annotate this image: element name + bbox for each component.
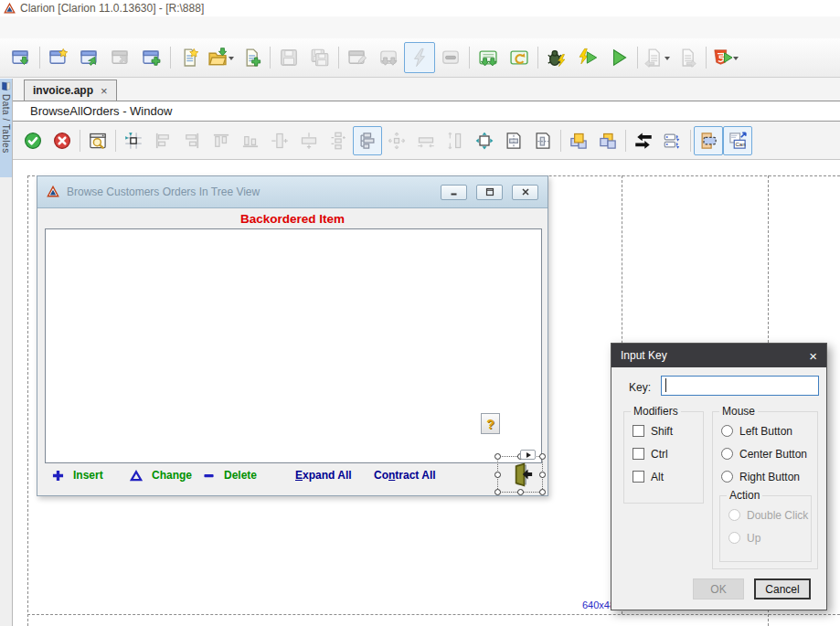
cancel-generate-button[interactable] (435, 42, 466, 73)
accept-button[interactable] (18, 126, 48, 155)
dropdown-caret-icon[interactable] (229, 57, 234, 63)
same-height-button[interactable] (441, 126, 470, 155)
edit-template-button[interactable] (342, 42, 373, 73)
send-to-back-button[interactable] (593, 126, 622, 155)
radio-icon[interactable] (721, 448, 733, 460)
delete-button[interactable]: Delete (203, 467, 257, 483)
generate-all-button[interactable] (473, 42, 504, 73)
help-button[interactable]: ? (481, 413, 500, 434)
selection-handle[interactable] (539, 472, 546, 478)
toolbar-separator (39, 47, 40, 69)
smart-tag-button[interactable] (520, 450, 536, 460)
add-window-button[interactable] (136, 42, 167, 73)
align-top-button[interactable] (207, 126, 236, 155)
generate-current-button[interactable] (504, 42, 535, 73)
ctrl-checkbox[interactable]: Ctrl (633, 447, 703, 461)
selection-handle[interactable] (494, 453, 501, 460)
radio-icon[interactable] (721, 471, 733, 483)
menu-bar (0, 16, 840, 38)
selection-handle[interactable] (517, 489, 524, 495)
selection-handle[interactable] (539, 453, 546, 460)
run-button[interactable] (603, 42, 634, 73)
cancel-button[interactable]: Cancel (754, 578, 811, 599)
shift-checkbox[interactable]: Shift (633, 424, 703, 438)
snap-grid-button[interactable] (119, 126, 148, 155)
designed-window[interactable]: Browse Customers Orders In Tree View Bac… (37, 175, 548, 496)
dialog-body: Key: Modifiers ShiftCtrlAlt Mouse Left B… (611, 367, 826, 610)
upload-app-button[interactable] (105, 42, 136, 73)
change-button[interactable]: Change (130, 467, 192, 483)
designed-window-titlebar[interactable]: Browse Customers Orders In Tree View (37, 176, 548, 208)
align-right-button[interactable] (177, 126, 207, 155)
text-caret (665, 378, 666, 392)
open-app-button[interactable] (74, 42, 105, 73)
save-all-button[interactable] (304, 42, 335, 73)
contract-all-button[interactable]: Contract All (374, 467, 436, 483)
spread-vertical-button[interactable] (324, 126, 353, 155)
center-in-window-button[interactable] (470, 126, 499, 155)
load-app-button[interactable] (5, 42, 37, 73)
selection-handle[interactable] (494, 472, 501, 478)
center-page-vertical-button[interactable] (528, 126, 558, 155)
align-bottom-button[interactable] (236, 126, 265, 155)
maximize-icon (484, 186, 495, 197)
debug-button[interactable] (541, 42, 572, 73)
key-input[interactable] (661, 376, 819, 396)
previous-file-button[interactable] (641, 42, 672, 73)
checkbox-icon[interactable] (633, 448, 644, 460)
expand-all-button[interactable]: Expand All (295, 467, 352, 483)
data-tables-tab[interactable]: Data / Tables (0, 79, 12, 177)
tab-close-icon[interactable]: × (101, 84, 108, 98)
select-parent-button[interactable] (694, 126, 723, 155)
open-file-button[interactable] (205, 42, 236, 73)
action-group: Action Double ClickUp (719, 495, 812, 562)
new-app-button[interactable] (43, 42, 74, 73)
open-file-icon (207, 48, 228, 68)
center-button-radio[interactable]: Center Button (721, 447, 817, 461)
align-left-button[interactable] (148, 126, 177, 155)
tab-invoice-app[interactable]: invoice.app × (24, 80, 117, 101)
arrange-controls-button[interactable] (353, 126, 382, 155)
left-button-radio[interactable]: Left Button (721, 424, 817, 438)
checkbox-icon[interactable] (633, 425, 644, 437)
preview-button[interactable] (83, 126, 112, 155)
maximize-button[interactable] (476, 185, 503, 200)
new-file-button[interactable] (174, 42, 205, 73)
window-edit-icon (347, 48, 367, 68)
alt-checkbox[interactable]: Alt (633, 470, 703, 483)
export-button[interactable] (373, 42, 404, 73)
dropdown-caret-icon[interactable] (733, 57, 739, 63)
set-tab-order-button[interactable] (629, 126, 658, 155)
center-vertical-button[interactable] (265, 126, 294, 155)
selection-handle[interactable] (494, 489, 501, 495)
run-html-button[interactable] (709, 42, 740, 73)
toolbar-separator (170, 47, 171, 69)
cancel-template-button[interactable]: Can (723, 126, 752, 155)
minimize-button[interactable] (441, 185, 467, 200)
save-button[interactable] (273, 42, 304, 73)
same-width-button[interactable] (411, 126, 441, 155)
selection-handle[interactable] (539, 489, 546, 495)
dialog-close-icon[interactable]: × (809, 349, 817, 363)
bring-to-front-button[interactable] (564, 126, 593, 155)
tree-list-control[interactable] (45, 228, 542, 463)
checkbox-icon[interactable] (633, 471, 644, 483)
dropdown-caret-icon[interactable] (665, 57, 670, 63)
clarion-logo-icon (4, 3, 16, 15)
ok-button: OK (693, 578, 744, 599)
selected-close-control[interactable] (497, 456, 543, 493)
designed-window-title: Browse Customers Orders In Tree View (67, 186, 431, 198)
right-button-radio[interactable]: Right Button (721, 470, 817, 483)
add-file-button[interactable] (236, 42, 267, 73)
next-file-button[interactable] (672, 42, 703, 73)
discard-button[interactable] (48, 126, 77, 155)
compile-button[interactable] (404, 42, 435, 73)
auto-tab-order-button[interactable] (658, 126, 687, 155)
fit-contents-button[interactable] (382, 126, 411, 155)
generate-and-run-button[interactable] (572, 42, 603, 73)
center-horizontal-button[interactable] (294, 126, 324, 155)
insert-button[interactable]: Insert (52, 467, 103, 483)
radio-icon[interactable] (721, 425, 733, 437)
center-page-horizontal-button[interactable] (499, 126, 528, 155)
close-button[interactable] (512, 185, 538, 200)
